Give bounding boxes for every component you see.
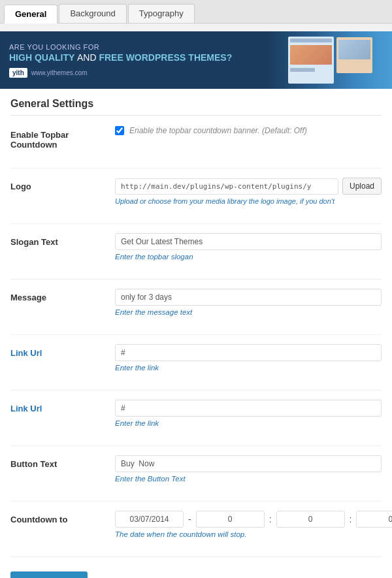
message-label: Message (10, 289, 115, 302)
banner-middle: AND (77, 52, 99, 63)
slogan-row: Slogan Text Enter the topbar slogan (10, 233, 382, 268)
link-url-2-hint: Enter the link (115, 419, 382, 427)
slogan-input[interactable] (115, 233, 382, 250)
enable-topbar-row: Enable Topbar Countdown Enable the topba… (10, 126, 382, 157)
divider-2 (10, 223, 382, 224)
enable-topbar-checkbox-hint: Enable the topbar countdown banner. (Def… (129, 126, 307, 135)
banner-highlight2: FREE WORDPRESS THEMES? (99, 52, 232, 63)
divider-6 (10, 445, 382, 446)
button-text-label: Button Text (10, 455, 115, 469)
countdown-date-input[interactable] (115, 511, 184, 528)
link-url-1-label: Link Url (10, 344, 115, 358)
link-url-1-input[interactable] (115, 344, 382, 361)
enable-topbar-label: Enable Topbar Countdown (10, 126, 115, 150)
link-url-1-field: Enter the link (115, 344, 382, 372)
tab-general[interactable]: General (4, 5, 57, 24)
link-url-1-hint: Enter the link (115, 364, 382, 372)
link-url-2-input[interactable] (115, 400, 382, 417)
promo-banner: ARE YOU LOOKING FOR HIGH QUALITY AND FRE… (0, 31, 392, 89)
slogan-field: Enter the topbar slogan (115, 233, 382, 261)
link-url-2-row: Link Url Enter the link (10, 400, 382, 435)
screenshot-1 (288, 37, 334, 84)
section-title: General Settings (10, 98, 382, 116)
upload-button[interactable]: Upload (342, 178, 382, 195)
countdown-hour-input[interactable] (196, 511, 265, 528)
yith-logo: yith (9, 68, 27, 78)
logo-row: Logo Upload Upload or choose from your m… (10, 178, 382, 213)
divider-5 (10, 390, 382, 391)
divider-7 (10, 501, 382, 502)
button-text-field: Enter the Button Text (115, 455, 382, 483)
sc-bar-1 (290, 39, 332, 42)
link-url-2-label: Link Url (10, 400, 115, 413)
banner-screenshots (268, 31, 392, 89)
countdown-colon-2: : (348, 514, 353, 524)
countdown-field: - : : The date when the countdown will s… (115, 511, 392, 538)
countdown-minute-input[interactable] (276, 511, 345, 528)
divider-3 (10, 279, 382, 280)
save-options-button[interactable]: Save Options (10, 571, 88, 578)
countdown-colon-1: : (268, 514, 273, 524)
enable-topbar-checkbox[interactable] (115, 126, 124, 135)
logo-input[interactable] (115, 178, 338, 195)
content-area: General Settings Enable Topbar Countdown… (0, 89, 392, 578)
link-url-1-row: Link Url Enter the link (10, 344, 382, 379)
tab-background[interactable]: Background (59, 4, 126, 23)
button-text-input[interactable] (115, 455, 382, 472)
tab-typography[interactable]: Typography (128, 4, 195, 23)
countdown-dash: - (187, 514, 193, 524)
countdown-label: Countdown to (10, 511, 115, 524)
logo-label: Logo (10, 178, 115, 191)
message-hint: Enter the message text (115, 308, 382, 316)
sc-bar-2 (290, 68, 315, 72)
countdown-second-input[interactable] (356, 511, 392, 528)
message-field: Enter the message text (115, 289, 382, 316)
link-url-2-field: Enter the link (115, 400, 382, 427)
logo-field: Upload Upload or choose from your media … (115, 178, 382, 205)
message-row: Message Enter the message text (10, 289, 382, 324)
button-text-row: Button Text Enter the Button Text (10, 455, 382, 490)
sc-img-1 (290, 45, 332, 65)
countdown-row: Countdown to - : : The date when the cou… (10, 511, 382, 546)
enable-topbar-field: Enable the topbar countdown banner. (Def… (115, 126, 382, 135)
enable-topbar-checkbox-row: Enable the topbar countdown banner. (Def… (115, 126, 382, 135)
sc2-img (338, 40, 370, 59)
countdown-hint: The date when the countdown will stop. (115, 530, 392, 538)
divider-4 (10, 334, 382, 335)
countdown-inputs: - : : (115, 511, 392, 528)
logo-input-row: Upload (115, 178, 382, 195)
message-input[interactable] (115, 289, 382, 306)
tab-bar: General Background Typography (0, 0, 392, 24)
banner-highlight1: HIGH QUALITY (9, 52, 74, 63)
slogan-label: Slogan Text (10, 233, 115, 247)
logo-hint: Upload or choose from your media library… (115, 197, 382, 205)
button-text-hint: Enter the Button Text (115, 475, 382, 483)
screenshot-2 (336, 37, 372, 73)
divider-8 (10, 556, 382, 557)
divider-1 (10, 168, 382, 169)
yith-url: www.yithemes.com (31, 69, 88, 76)
slogan-hint: Enter the topbar slogan (115, 253, 382, 261)
